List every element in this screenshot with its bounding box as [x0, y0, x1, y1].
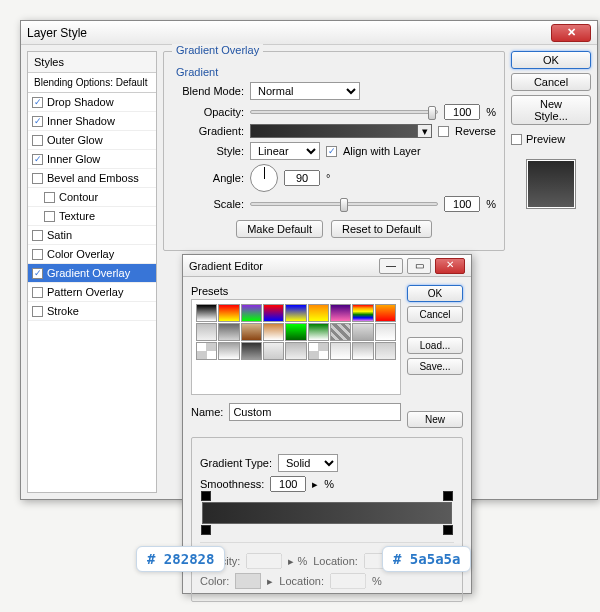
preset-swatch[interactable]: [263, 323, 284, 341]
gradient-track[interactable]: [202, 502, 452, 524]
preset-swatch[interactable]: [241, 304, 262, 322]
preset-swatch[interactable]: [263, 342, 284, 360]
make-default-button[interactable]: Make Default: [236, 220, 323, 238]
style-checkbox[interactable]: [44, 192, 55, 203]
preview-checkbox[interactable]: [511, 134, 522, 145]
style-checkbox[interactable]: [32, 154, 43, 165]
style-checkbox[interactable]: [32, 306, 43, 317]
style-item-color-overlay[interactable]: Color Overlay: [28, 245, 156, 264]
preset-swatch[interactable]: [218, 323, 239, 341]
scale-input[interactable]: [444, 196, 480, 212]
ge-titlebar[interactable]: Gradient Editor — ▭ ✕: [183, 255, 471, 277]
preset-swatch[interactable]: [375, 342, 396, 360]
reverse-checkbox[interactable]: [438, 126, 449, 137]
save-button[interactable]: Save...: [407, 358, 463, 375]
preset-swatch[interactable]: [352, 323, 373, 341]
style-item-drop-shadow[interactable]: Drop Shadow: [28, 93, 156, 112]
style-item-satin[interactable]: Satin: [28, 226, 156, 245]
new-button[interactable]: New: [407, 411, 463, 428]
preset-swatch[interactable]: [218, 304, 239, 322]
preset-swatch[interactable]: [375, 323, 396, 341]
reset-default-button[interactable]: Reset to Default: [331, 220, 432, 238]
opacity-stop-right[interactable]: [443, 491, 453, 501]
preset-swatch[interactable]: [308, 304, 329, 322]
style-item-texture[interactable]: Texture: [28, 207, 156, 226]
style-item-outer-glow[interactable]: Outer Glow: [28, 131, 156, 150]
preset-swatch[interactable]: [375, 304, 396, 322]
preset-swatch[interactable]: [308, 323, 329, 341]
smoothness-input[interactable]: [270, 476, 306, 492]
style-item-stroke[interactable]: Stroke: [28, 302, 156, 321]
style-item-bevel-and-emboss[interactable]: Bevel and Emboss: [28, 169, 156, 188]
right-panel: OK Cancel New Style... Preview: [511, 51, 591, 493]
blend-mode-select[interactable]: Normal: [250, 82, 360, 100]
blend-mode-label: Blend Mode:: [172, 85, 244, 97]
cancel-button[interactable]: Cancel: [511, 73, 591, 91]
preset-swatch[interactable]: [285, 323, 306, 341]
style-checkbox[interactable]: [32, 249, 43, 260]
preset-swatch[interactable]: [330, 304, 351, 322]
scale-label: Scale:: [172, 198, 244, 210]
style-select[interactable]: Linear: [250, 142, 320, 160]
close-icon[interactable]: ✕: [551, 24, 591, 42]
color-stop-left[interactable]: [201, 525, 211, 535]
preset-swatch[interactable]: [218, 342, 239, 360]
preset-swatch[interactable]: [308, 342, 329, 360]
new-style-button[interactable]: New Style...: [511, 95, 591, 125]
style-checkbox[interactable]: [32, 116, 43, 127]
gradient-picker[interactable]: ▾: [250, 124, 432, 138]
opacity-slider[interactable]: [250, 110, 438, 114]
reverse-label: Reverse: [455, 125, 496, 137]
dialog-title: Layer Style: [27, 26, 551, 40]
scale-slider[interactable]: [250, 202, 438, 206]
opacity-stop-left[interactable]: [201, 491, 211, 501]
preset-swatch[interactable]: [196, 304, 217, 322]
ge-cancel-button[interactable]: Cancel: [407, 306, 463, 323]
minimize-icon[interactable]: —: [379, 258, 403, 274]
preset-swatch[interactable]: [330, 323, 351, 341]
preset-swatch[interactable]: [352, 342, 373, 360]
preset-swatch[interactable]: [196, 342, 217, 360]
style-item-inner-glow[interactable]: Inner Glow: [28, 150, 156, 169]
opacity-input[interactable]: [444, 104, 480, 120]
style-checkbox[interactable]: [32, 230, 43, 241]
ge-ok-button[interactable]: OK: [407, 285, 463, 302]
pct-label3: %: [324, 478, 334, 490]
grad-type-select[interactable]: Solid: [278, 454, 338, 472]
preset-swatch[interactable]: [263, 304, 284, 322]
style-checkbox[interactable]: [32, 268, 43, 279]
maximize-icon[interactable]: ▭: [407, 258, 431, 274]
chevron-down-icon[interactable]: ▾: [417, 125, 431, 137]
align-label: Align with Layer: [343, 145, 421, 157]
preset-swatch[interactable]: [352, 304, 373, 322]
preset-swatch[interactable]: [330, 342, 351, 360]
angle-input[interactable]: [284, 170, 320, 186]
chevron-down-icon[interactable]: ▸: [312, 478, 318, 491]
preset-swatch[interactable]: [241, 342, 262, 360]
color-stop-label: Color:: [200, 575, 229, 587]
style-checkbox[interactable]: [32, 287, 43, 298]
blending-options[interactable]: Blending Options: Default: [28, 73, 156, 93]
preset-swatch[interactable]: [285, 304, 306, 322]
callout-right: # 5a5a5a: [382, 546, 471, 572]
color-stop-right[interactable]: [443, 525, 453, 535]
location-label2: Location:: [279, 575, 324, 587]
style-checkbox[interactable]: [44, 211, 55, 222]
style-checkbox[interactable]: [32, 135, 43, 146]
align-checkbox[interactable]: [326, 146, 337, 157]
style-item-contour[interactable]: Contour: [28, 188, 156, 207]
style-item-inner-shadow[interactable]: Inner Shadow: [28, 112, 156, 131]
angle-dial[interactable]: [250, 164, 278, 192]
style-checkbox[interactable]: [32, 173, 43, 184]
ge-close-icon[interactable]: ✕: [435, 258, 465, 274]
name-input[interactable]: [229, 403, 401, 421]
preset-swatch[interactable]: [196, 323, 217, 341]
titlebar[interactable]: Layer Style ✕: [21, 21, 597, 45]
ok-button[interactable]: OK: [511, 51, 591, 69]
style-item-pattern-overlay[interactable]: Pattern Overlay: [28, 283, 156, 302]
style-checkbox[interactable]: [32, 97, 43, 108]
preset-swatch[interactable]: [241, 323, 262, 341]
load-button[interactable]: Load...: [407, 337, 463, 354]
style-item-gradient-overlay[interactable]: Gradient Overlay: [28, 264, 156, 283]
preset-swatch[interactable]: [285, 342, 306, 360]
